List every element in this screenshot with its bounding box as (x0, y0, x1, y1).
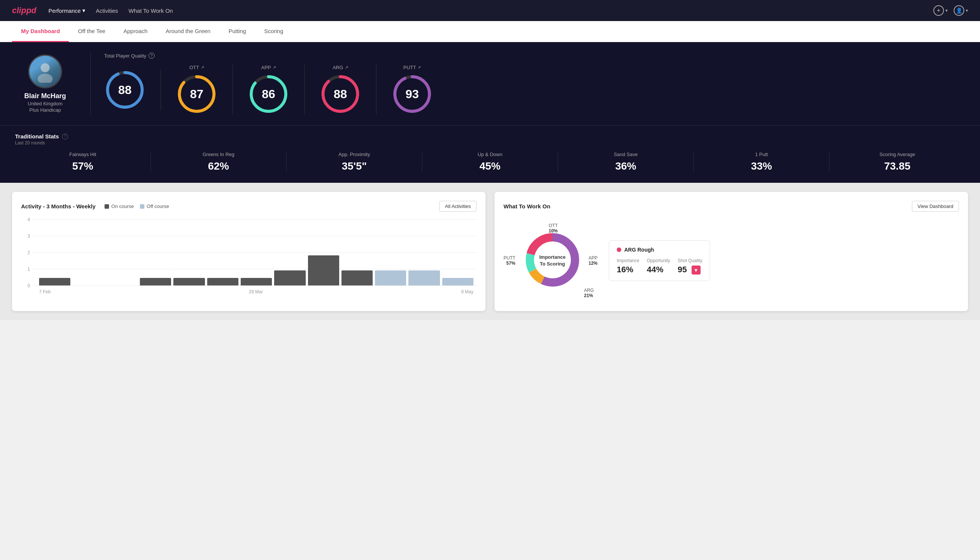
metric-importance: Importance 16% (617, 258, 639, 275)
activity-card: Activity - 3 Months - Weekly On course O… (12, 192, 486, 311)
tab-bar: My Dashboard Off the Tee Approach Around… (0, 21, 980, 42)
arg-rough-detail-card: ARG Rough Importance 16% Opportunity 44%… (609, 240, 710, 281)
score-ott: OTT ↗ 87 (161, 65, 233, 115)
arrow-icon: ↗ (201, 65, 204, 70)
nav-right: + ▾ 👤 ▾ (933, 5, 968, 16)
x-labels: 7 Feb 28 Mar 9 May (36, 289, 476, 295)
all-activities-button[interactable]: All Activities (439, 201, 476, 212)
hero-section: Blair McHarg United Kingdom Plus Handica… (0, 42, 980, 125)
bar-on-course (173, 278, 205, 285)
chart-legend: On course Off course (105, 203, 169, 209)
player-handicap: Plus Handicap (29, 107, 61, 113)
stat-scoring-avg: Scoring Average 73.85 (830, 152, 965, 172)
nav-activities[interactable]: Activities (96, 8, 118, 14)
stat-app-proximity: App. Proximity 35'5" (286, 152, 422, 172)
bar-on-course (140, 278, 171, 285)
donut-label-putt: PUTT 57% (504, 255, 515, 266)
score-circle-arg: 88 (319, 73, 361, 115)
score-total: 88 (104, 69, 161, 110)
detail-dot (617, 247, 621, 252)
bar-off-course (375, 270, 406, 285)
donut-label-app: APP 12% (589, 255, 597, 266)
score-circle-putt: 93 (391, 73, 433, 115)
nav-what-to-work-on[interactable]: What To Work On (129, 8, 173, 14)
legend-dot-off-course (140, 204, 145, 209)
donut-chart-wrapper: OTT 10% APP 12% ARG 21% PUTT (504, 219, 601, 302)
stat-up-down: Up & Down 45% (422, 152, 558, 172)
arrow-icon: ↗ (345, 65, 348, 70)
add-button[interactable]: + ▾ (933, 5, 948, 16)
chevron-down-icon: ▾ (82, 7, 85, 14)
donut-chart-area: OTT 10% APP 12% ARG 21% PUTT (504, 219, 601, 302)
tab-scoring[interactable]: Scoring (255, 21, 292, 42)
legend-off-course: Off course (140, 203, 169, 209)
stats-row: Fairways Hit 57% Greens In Reg 62% App. … (15, 152, 965, 172)
bar-on-course (274, 270, 305, 285)
bar-on-course (39, 278, 70, 285)
detail-card-title: ARG Rough (624, 247, 654, 253)
bars-container (36, 219, 476, 285)
traditional-stats-section: Traditional Stats ? Last 20 rounds Fairw… (0, 125, 980, 183)
bar-on-course (341, 270, 373, 285)
detail-card-header: ARG Rough (617, 247, 702, 253)
donut-svg-container: Importance To Scoring (522, 230, 582, 292)
legend-on-course: On course (105, 203, 134, 209)
score-circle-total: 88 (104, 69, 146, 110)
bar-on-course (207, 278, 238, 285)
metric-shot-quality: Shot Quality 95 ▼ (678, 258, 702, 275)
tab-my-dashboard[interactable]: My Dashboard (12, 21, 69, 42)
player-country: United Kingdom (28, 101, 63, 107)
user-menu-button[interactable]: 👤 ▾ (954, 5, 968, 16)
donut-label-arg: ARG 21% (584, 288, 594, 298)
score-arg: ARG ↗ 88 (304, 65, 376, 115)
trad-header: Traditional Stats ? Last 20 rounds (15, 133, 965, 145)
tab-around-the-green[interactable]: Around the Green (156, 21, 219, 42)
donut-section: OTT 10% APP 12% ARG 21% PUTT (504, 219, 959, 302)
shot-quality-badge: ▼ (692, 265, 700, 275)
avatar (28, 55, 62, 88)
svg-point-0 (41, 63, 50, 72)
score-app: APP ↗ 86 (233, 65, 304, 115)
stat-fairways-hit: Fairways Hit 57% (15, 152, 151, 172)
activity-card-title: Activity - 3 Months - Weekly (21, 203, 95, 210)
score-circle-app: 86 (248, 73, 289, 115)
stat-1-putt: 1 Putt 33% (694, 152, 830, 172)
arrow-icon: ↗ (418, 65, 421, 70)
bar-off-course (442, 278, 473, 285)
score-circle-ott: 87 (176, 73, 217, 115)
activity-card-header: Activity - 3 Months - Weekly On course O… (21, 201, 476, 212)
player-name: Blair McHarg (24, 92, 66, 100)
metric-opportunity: Opportunity 44% (647, 258, 670, 275)
what-to-work-card: What To Work On View Dashboard OTT 10% A… (494, 192, 968, 311)
legend-dot-on-course (105, 204, 109, 209)
what-to-work-header: What To Work On View Dashboard (504, 201, 959, 212)
tab-approach[interactable]: Approach (114, 21, 156, 42)
stat-greens-in-reg: Greens In Reg 62% (151, 152, 286, 172)
top-nav: clippd Performance ▾ Activities What To … (0, 0, 980, 21)
player-info: Blair McHarg United Kingdom Plus Handica… (15, 55, 75, 113)
score-putt: PUTT ↗ 93 (376, 65, 448, 115)
nav-links: Performance ▾ Activities What To Work On (48, 7, 173, 14)
nav-performance[interactable]: Performance ▾ (48, 7, 85, 14)
tab-off-the-tee[interactable]: Off the Tee (69, 21, 114, 42)
total-quality-label: Total Player Quality ? (104, 53, 965, 59)
detail-metrics: Importance 16% Opportunity 44% Shot Qual… (617, 258, 702, 275)
view-dashboard-button[interactable]: View Dashboard (912, 201, 959, 212)
bottom-section: Activity - 3 Months - Weekly On course O… (0, 183, 980, 320)
stat-sand-save: Sand Save 36% (558, 152, 694, 172)
bar-on-course (308, 255, 339, 285)
avatar-image (29, 56, 61, 87)
tab-putting[interactable]: Putting (220, 21, 255, 42)
bar-on-course (241, 278, 272, 285)
bar-off-course (408, 270, 439, 285)
arrow-icon: ↗ (273, 65, 276, 70)
what-to-work-title: What To Work On (504, 203, 550, 210)
donut-center: Importance To Scoring (539, 254, 566, 267)
help-icon[interactable]: ? (148, 53, 155, 59)
bar-chart: 4 3 2 1 0 7 Feb 28 Mar 9 May (21, 219, 476, 295)
logo: clippd (12, 6, 37, 15)
svg-point-1 (38, 74, 53, 83)
trad-help-icon[interactable]: ? (62, 133, 68, 140)
